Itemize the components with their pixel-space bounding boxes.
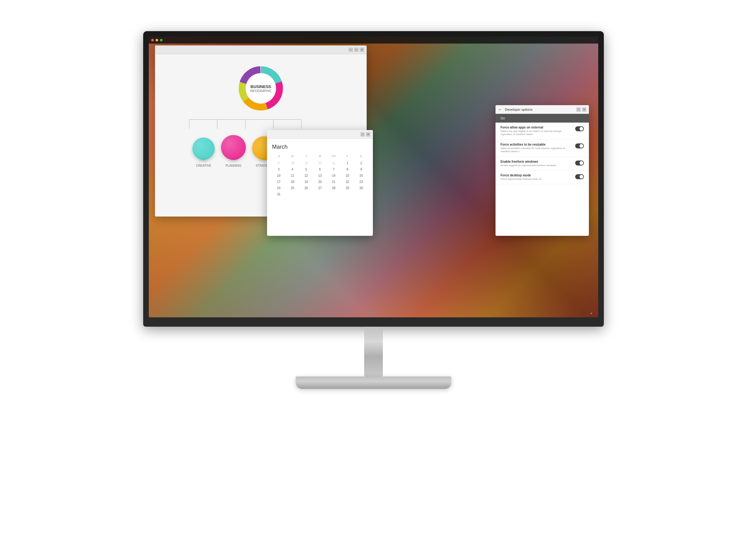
connecting-lines-svg xyxy=(164,118,357,130)
cal-cell-3[interactable]: 3 xyxy=(272,166,285,172)
dev-options-controls: □ ✕ xyxy=(576,107,586,112)
toggle-knob-2 xyxy=(579,144,583,148)
cal-cell-16[interactable]: 16 xyxy=(355,173,368,179)
developer-options-window: ← Developer options □ ✕ On Force allow a… xyxy=(495,105,589,236)
day-f: F xyxy=(340,154,354,158)
monitor-container: — □ ✕ xyxy=(125,31,622,529)
cal-cell-prev-30[interactable]: 30 xyxy=(313,160,327,166)
cal-cell-5[interactable]: 5 xyxy=(300,166,313,172)
cal-cell-23[interactable]: 23 xyxy=(355,179,368,185)
donut-chart: BUSINESS INFOGRAPHIC xyxy=(236,63,286,113)
dev-maximize-button[interactable]: □ xyxy=(576,107,581,112)
cal-cell-prev-31[interactable]: 31 xyxy=(327,160,340,166)
os-taskbar xyxy=(149,37,598,44)
dev-option-desktop-mode: Force desktop mode Force experimental de… xyxy=(495,170,589,184)
calendar-month-header: March xyxy=(272,144,368,150)
dev-option-freeform-text: Enable freeform windows Enable support f… xyxy=(500,160,573,167)
infographic-minimize-button[interactable]: — xyxy=(349,48,353,52)
cal-cell-30[interactable]: 30 xyxy=(355,185,368,191)
infographic-titlebar: — □ ✕ xyxy=(155,46,367,54)
cal-cell-19[interactable]: 19 xyxy=(300,179,313,185)
calendar-close-button[interactable]: ✕ xyxy=(366,132,370,137)
dev-option-freeform-title: Enable freeform windows xyxy=(500,160,573,163)
calendar-content: March S M T W TH F S 27 28 29 xyxy=(267,139,373,202)
day-s1: S xyxy=(272,154,286,158)
dev-option-force-activities: Force activities to be resizable Make al… xyxy=(495,140,589,157)
calendar-titlebar: □ ✕ xyxy=(267,130,373,139)
power-led xyxy=(590,313,592,314)
creative-label: CREATIVE xyxy=(196,164,211,167)
cal-cell-28[interactable]: 28 xyxy=(327,185,340,191)
cal-cell-14[interactable]: 14 xyxy=(327,173,340,179)
cal-cell-9[interactable]: 9 xyxy=(355,166,368,172)
circle-creative: CREATIVE xyxy=(192,137,215,167)
cal-cell-22[interactable]: 22 xyxy=(341,179,354,185)
cal-cell-29[interactable]: 29 xyxy=(341,185,354,191)
cal-cell-8[interactable]: 8 xyxy=(341,166,354,172)
cal-cell-18[interactable]: 18 xyxy=(286,179,299,185)
svg-text:hp: hp xyxy=(369,309,375,315)
dev-option-force-activities-toggle[interactable] xyxy=(575,143,584,149)
cal-cell-17[interactable]: 17 xyxy=(272,179,285,185)
calendar-window-controls: □ ✕ xyxy=(360,132,370,137)
monitor-stand-neck xyxy=(364,327,383,376)
cal-cell-11[interactable]: 11 xyxy=(286,173,299,179)
cal-cell-2[interactable]: 2 xyxy=(355,160,368,166)
cal-cell-21[interactable]: 21 xyxy=(327,179,340,185)
monitor-bezel: — □ ✕ xyxy=(143,31,604,327)
dev-option-freeform-toggle[interactable] xyxy=(575,161,584,165)
dev-option-force-allow-title: Force allow apps on external xyxy=(500,126,573,129)
cal-cell-1[interactable]: 1 xyxy=(341,160,354,166)
day-w: W xyxy=(313,154,327,158)
cal-cell-7[interactable]: 7 xyxy=(327,166,340,172)
developer-options-title: Developer options xyxy=(505,108,533,111)
infographic-maximize-button[interactable]: □ xyxy=(354,48,359,52)
cal-cell-26[interactable]: 26 xyxy=(300,185,313,191)
infographic-close-button[interactable]: ✕ xyxy=(360,48,364,52)
calendar-grid: 27 28 29 30 31 1 2 3 4 5 6 7 8 xyxy=(272,160,368,197)
cal-cell-4[interactable]: 4 xyxy=(286,166,299,172)
toggle-knob-3 xyxy=(579,161,583,165)
cal-cell-10[interactable]: 10 xyxy=(272,173,285,179)
bezel-bottom-bar: hp xyxy=(149,308,598,317)
cal-cell-27[interactable]: 27 xyxy=(313,185,327,191)
dev-option-force-allow-text: Force allow apps on external Makes any a… xyxy=(500,126,573,136)
cal-cell-31[interactable]: 31 xyxy=(272,191,285,197)
dev-option-desktop-mode-desc: Force experimental desktop mode on xyxy=(500,178,573,181)
dev-option-force-allow-toggle[interactable] xyxy=(575,126,584,131)
cal-cell-prev-28[interactable]: 28 xyxy=(286,160,299,166)
cal-cell-prev-27[interactable]: 27 xyxy=(272,160,285,166)
donut-center-text: BUSINESS INFOGRAPHIC xyxy=(250,84,272,93)
cal-cell-15[interactable]: 15 xyxy=(341,173,354,179)
donut-title-line1: BUSINESS xyxy=(250,84,272,89)
cal-cell-25[interactable]: 25 xyxy=(286,185,299,191)
toggle-knob-1 xyxy=(579,127,583,131)
day-th: TH xyxy=(327,154,340,158)
calendar-window: □ ✕ March S M T W TH F S xyxy=(267,130,373,236)
developer-options-content: On Force allow apps on external Makes an… xyxy=(495,114,589,236)
infographic-window-controls: — □ ✕ xyxy=(349,48,364,52)
dev-option-force-activities-text: Force activities to be resizable Make al… xyxy=(500,143,573,153)
developer-options-status: On xyxy=(495,114,589,123)
cal-cell-prev-29[interactable]: 29 xyxy=(300,160,313,166)
dev-option-desktop-mode-toggle[interactable] xyxy=(575,174,584,179)
cal-cell-24[interactable]: 24 xyxy=(272,185,285,191)
circle-planning: PLANNING xyxy=(221,135,246,167)
dev-option-force-activities-desc: Make all activities resizable for multi-… xyxy=(500,147,573,153)
cal-cell-12[interactable]: 12 xyxy=(300,173,313,179)
cal-cell-20[interactable]: 20 xyxy=(313,179,327,185)
cal-cell-13[interactable]: 13 xyxy=(313,173,327,179)
calendar-maximize-button[interactable]: □ xyxy=(360,132,365,137)
dev-back-button[interactable]: ← xyxy=(498,107,503,112)
toggle-knob-4 xyxy=(579,175,583,179)
cal-cell-6[interactable]: 6 xyxy=(313,166,327,172)
creative-bubble xyxy=(192,137,215,160)
donut-subtitle-line2: INFOGRAPHIC xyxy=(250,89,272,92)
day-s2: S xyxy=(354,154,368,158)
planning-label: PLANNING xyxy=(225,164,241,167)
taskbar-dot-yellow xyxy=(156,39,158,42)
taskbar-dot-red xyxy=(151,39,154,42)
taskbar-dot-green xyxy=(160,39,162,42)
dev-option-freeform: Enable freeform windows Enable support f… xyxy=(495,157,589,170)
dev-close-button[interactable]: ✕ xyxy=(582,107,586,112)
